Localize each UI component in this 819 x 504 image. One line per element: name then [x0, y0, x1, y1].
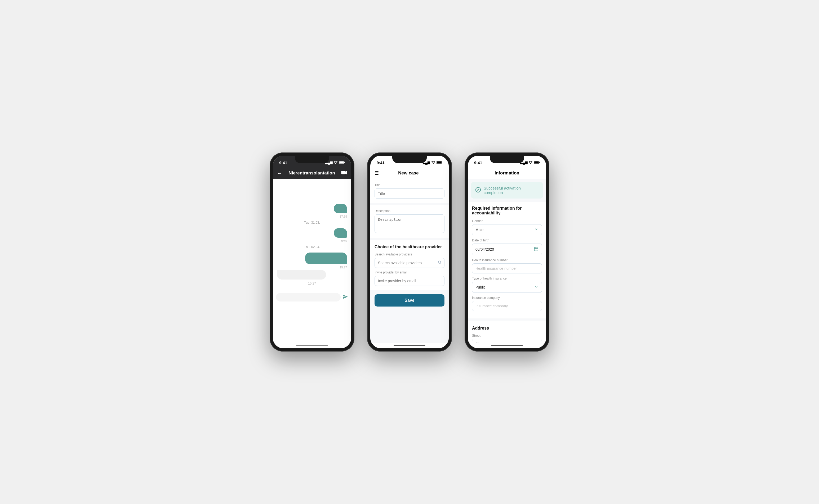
success-banner: Successful activation completion — [471, 182, 543, 199]
svg-line-11 — [441, 263, 441, 264]
svg-point-6 — [433, 163, 434, 164]
address-heading: Address — [472, 326, 542, 331]
section-heading: Choice of the healthcare provider — [374, 245, 445, 249]
chat-date-2: Thu, 02.04. — [273, 245, 351, 249]
chat-date-1: Tue, 31.03. — [273, 221, 351, 224]
chat-bubble-row-2 — [273, 227, 351, 239]
email-label: Invite provider by email — [374, 271, 445, 274]
svg-rect-14 — [539, 161, 540, 163]
chat-bubble-3 — [305, 253, 347, 264]
info-section-required: Required information for accountability … — [468, 202, 546, 318]
health-ins-num-placeholder: Health insurance number — [476, 266, 517, 271]
calendar-icon — [534, 246, 539, 252]
svg-rect-8 — [442, 161, 442, 163]
new-case-screen: Title Description Choice of the healthca… — [370, 179, 449, 343]
title-label: Title — [374, 183, 445, 187]
svg-rect-9 — [437, 161, 441, 163]
battery-icon-3 — [534, 161, 540, 165]
gender-label: Gender — [472, 219, 542, 223]
battery-icon-1 — [339, 161, 345, 165]
home-indicator-2 — [393, 345, 426, 346]
search-input[interactable] — [374, 258, 445, 268]
home-indicator-3 — [491, 345, 523, 346]
svg-rect-4 — [341, 171, 345, 174]
info-section-address: Address Street Street Additional address… — [468, 321, 546, 343]
nav-bar-1: ← Nierentransplantation — [273, 167, 351, 179]
send-button[interactable] — [343, 294, 348, 301]
health-ins-num-input[interactable]: Health insurance number — [472, 263, 542, 273]
nav-bar-3: Information — [468, 167, 546, 179]
save-button[interactable]: Save — [374, 294, 445, 307]
info-screen: Successful activation completion Require… — [468, 179, 546, 343]
message-input-bar — [273, 291, 351, 304]
phone-3: 9:41 ▂▄▆ Information Successful activati… — [465, 152, 549, 352]
form-section-description: Description — [370, 205, 449, 238]
back-button[interactable]: ← — [277, 170, 282, 176]
type-chevron-icon — [534, 285, 539, 290]
notch-2 — [392, 156, 427, 163]
nav-title-1: Nierentransplantation — [288, 170, 335, 176]
svg-marker-5 — [345, 170, 347, 174]
form-section-provider: Choice of the healthcare provider Search… — [370, 240, 449, 290]
message-input[interactable] — [276, 293, 340, 301]
hamburger-menu[interactable]: ☰ — [374, 170, 379, 176]
nav-title-2: New case — [398, 170, 419, 176]
title-input[interactable] — [374, 188, 445, 199]
nav-title-3: Information — [495, 170, 520, 176]
chat-text-row — [273, 269, 351, 281]
chat-time-1: 17:55 — [273, 215, 351, 218]
ins-company-input[interactable]: Insurance company — [472, 301, 542, 311]
search-label: Search available providers — [374, 253, 445, 256]
chat-time-4: 15:27 — [273, 282, 351, 285]
time-2: 9:41 — [377, 160, 384, 165]
email-input[interactable] — [374, 276, 445, 286]
status-icons-3: ▂▄▆ — [520, 161, 540, 165]
success-icon — [475, 187, 481, 194]
ins-company-label: Insurance company — [472, 296, 542, 300]
time-1: 9:41 — [279, 160, 287, 165]
chat-time-3: 15:27 — [273, 266, 351, 269]
time-3: 9:41 — [474, 160, 482, 165]
notch-1 — [295, 156, 329, 163]
description-input[interactable] — [374, 214, 445, 233]
chat-text-bubble — [277, 270, 326, 280]
home-indicator-1 — [296, 345, 328, 346]
street-placeholder: Street — [476, 342, 485, 343]
search-input-wrap — [374, 258, 445, 268]
video-icon[interactable] — [341, 170, 347, 176]
form-section-title: Title — [370, 179, 449, 203]
ins-company-placeholder: Insurance company — [476, 304, 508, 308]
dob-input[interactable]: 08/04/2020 — [472, 244, 542, 255]
wifi-icon-2 — [431, 161, 435, 165]
svg-rect-15 — [534, 161, 539, 163]
street-label: Street — [472, 334, 542, 337]
svg-point-10 — [439, 261, 441, 263]
battery-icon-2 — [437, 161, 442, 165]
status-icons-1: ▂▄▆ — [325, 161, 345, 165]
gender-input[interactable]: Male — [472, 224, 542, 235]
dob-label: Date of birth — [472, 239, 542, 242]
chat-bubble-1 — [334, 204, 347, 213]
svg-rect-3 — [339, 161, 344, 163]
wifi-icon-1 — [334, 161, 338, 165]
health-ins-num-label: Health insurance number — [472, 258, 542, 262]
dob-value: 08/04/2020 — [476, 247, 494, 251]
chat-bubble-row-3 — [273, 251, 351, 265]
svg-rect-17 — [534, 247, 538, 251]
search-icon — [438, 260, 442, 265]
chat-time-2: 09:40 — [273, 239, 351, 242]
svg-point-0 — [335, 163, 336, 164]
type-input[interactable]: Public — [472, 282, 542, 293]
success-text: Successful activation completion — [484, 186, 539, 195]
gender-chevron-icon — [534, 227, 539, 232]
section-title: Required information for accountability — [472, 206, 542, 215]
wifi-icon-3 — [529, 161, 533, 165]
svg-point-12 — [530, 163, 531, 164]
chat-bubble-row-1 — [273, 203, 351, 214]
phone-1: 9:41 ▂▄▆ ← Nierentransplantation — [270, 152, 354, 352]
street-input[interactable]: Street — [472, 339, 542, 343]
type-label: Type of health insurance — [472, 277, 542, 280]
notch-3 — [490, 156, 524, 163]
svg-rect-2 — [344, 161, 344, 163]
phone-2: 9:41 ▂▄▆ ☰ New case Title — [367, 152, 452, 352]
